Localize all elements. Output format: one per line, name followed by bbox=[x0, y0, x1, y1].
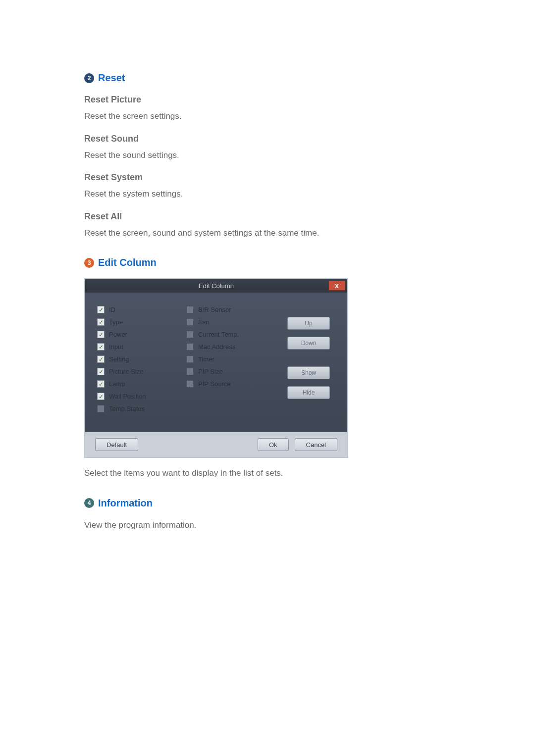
chk-label: Input bbox=[109, 343, 123, 351]
section-title-information: Information bbox=[98, 498, 153, 509]
chk-label: Power bbox=[109, 331, 127, 338]
chk-power[interactable]: ✓Power bbox=[97, 331, 186, 338]
dialog-body: ✓ID ✓Type ✓Power ✓Input ✓Setting ✓Pictur… bbox=[85, 293, 347, 432]
badge-4: 4 bbox=[84, 498, 94, 508]
chk-setting[interactable]: ✓Setting bbox=[97, 355, 186, 363]
reset-item-sound: Reset Sound Reset the sound settings. bbox=[84, 134, 456, 162]
information-desc: View the program information. bbox=[84, 519, 456, 532]
badge-3: 3 bbox=[84, 258, 94, 268]
chk-timer[interactable]: Timer bbox=[186, 355, 270, 363]
reset-all-head: Reset All bbox=[84, 211, 456, 222]
reset-system-head: Reset System bbox=[84, 172, 456, 183]
chk-br-sensor[interactable]: B/R Sensor bbox=[186, 306, 270, 313]
chk-current-temp[interactable]: Current Temp. bbox=[186, 331, 270, 338]
dialog-titlebar: Edit Column x bbox=[85, 279, 347, 293]
section-title-reset: Reset bbox=[98, 72, 125, 84]
reset-item-all: Reset All Reset the screen, sound and sy… bbox=[84, 211, 456, 240]
chk-fan[interactable]: Fan bbox=[186, 318, 270, 326]
reset-picture-head: Reset Picture bbox=[84, 95, 456, 105]
chk-label: PIP Size bbox=[198, 368, 223, 375]
chk-label: ID bbox=[109, 306, 115, 313]
edit-column-dialog: Edit Column x ✓ID ✓Type ✓Power ✓Input ✓S… bbox=[84, 278, 348, 458]
chk-label: Setting bbox=[109, 355, 129, 363]
reset-sound-desc: Reset the sound settings. bbox=[84, 149, 456, 162]
badge-2: 2 bbox=[84, 73, 94, 83]
chk-input[interactable]: ✓Input bbox=[97, 343, 186, 351]
reset-all-desc: Reset the screen, sound and system setti… bbox=[84, 227, 456, 240]
dialog-footer: Default Ok Cancel bbox=[85, 432, 347, 457]
show-button[interactable]: Show bbox=[287, 366, 330, 379]
section-information-header: 4 Information bbox=[84, 498, 456, 509]
chk-wall-position[interactable]: ✓Wall Position bbox=[97, 393, 186, 400]
reset-sound-head: Reset Sound bbox=[84, 134, 456, 144]
checkbox-column-2: B/R Sensor Fan Current Temp. Mac Address… bbox=[186, 306, 270, 423]
hide-button[interactable]: Hide bbox=[287, 386, 330, 399]
chk-id[interactable]: ✓ID bbox=[97, 306, 186, 313]
chk-pip-source[interactable]: PIP Source bbox=[186, 380, 270, 388]
close-icon[interactable]: x bbox=[328, 281, 345, 291]
chk-label: Type bbox=[109, 318, 123, 326]
up-button[interactable]: Up bbox=[287, 317, 330, 330]
ok-button[interactable]: Ok bbox=[258, 438, 289, 451]
chk-label: Mac Address bbox=[198, 343, 235, 351]
section-title-edit-column: Edit Column bbox=[98, 257, 157, 268]
chk-label: Lamp bbox=[109, 380, 125, 388]
section-edit-column-header: 3 Edit Column bbox=[84, 257, 456, 268]
chk-label: Picture Size bbox=[109, 368, 143, 375]
checkbox-column-1: ✓ID ✓Type ✓Power ✓Input ✓Setting ✓Pictur… bbox=[97, 306, 186, 423]
chk-pip-size[interactable]: PIP Size bbox=[186, 368, 270, 375]
edit-column-caption: Select the items you want to display in … bbox=[84, 467, 456, 480]
chk-label: B/R Sensor bbox=[198, 306, 231, 313]
default-button[interactable]: Default bbox=[95, 438, 138, 451]
chk-lamp[interactable]: ✓Lamp bbox=[97, 380, 186, 388]
down-button[interactable]: Down bbox=[287, 337, 330, 350]
chk-label: PIP Source bbox=[198, 380, 231, 388]
chk-label: Fan bbox=[198, 318, 209, 326]
chk-mac-address[interactable]: Mac Address bbox=[186, 343, 270, 351]
chk-label: Wall Position bbox=[109, 393, 146, 400]
chk-picture-size[interactable]: ✓Picture Size bbox=[97, 368, 186, 375]
reset-picture-desc: Reset the screen settings. bbox=[84, 110, 456, 123]
reset-item-system: Reset System Reset the system settings. bbox=[84, 172, 456, 201]
side-buttons: Up Down Show Hide bbox=[270, 306, 330, 423]
chk-temp-status[interactable]: Temp.Status bbox=[97, 405, 186, 412]
chk-label: Temp.Status bbox=[109, 405, 145, 412]
dialog-title: Edit Column bbox=[85, 282, 347, 290]
cancel-button[interactable]: Cancel bbox=[295, 438, 337, 451]
section-reset-header: 2 Reset bbox=[84, 72, 456, 84]
chk-type[interactable]: ✓Type bbox=[97, 318, 186, 326]
reset-system-desc: Reset the system settings. bbox=[84, 188, 456, 201]
reset-item-picture: Reset Picture Reset the screen settings. bbox=[84, 95, 456, 123]
chk-label: Current Temp. bbox=[198, 331, 239, 338]
chk-label: Timer bbox=[198, 355, 214, 363]
